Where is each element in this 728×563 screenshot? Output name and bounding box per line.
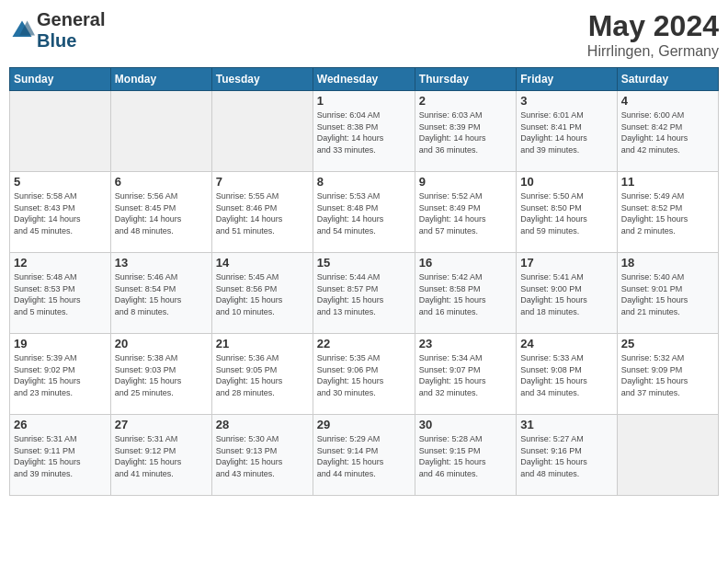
day-cell bbox=[10, 91, 111, 172]
day-info: Sunrise: 5:35 AM Sunset: 9:06 PM Dayligh… bbox=[317, 352, 411, 398]
day-info: Sunrise: 5:29 AM Sunset: 9:14 PM Dayligh… bbox=[317, 433, 411, 479]
day-cell: 18Sunrise: 5:40 AM Sunset: 9:01 PM Dayli… bbox=[617, 253, 718, 334]
day-cell: 26Sunrise: 5:31 AM Sunset: 9:11 PM Dayli… bbox=[10, 415, 111, 496]
day-cell: 12Sunrise: 5:48 AM Sunset: 8:53 PM Dayli… bbox=[10, 253, 111, 334]
day-cell: 6Sunrise: 5:56 AM Sunset: 8:45 PM Daylig… bbox=[110, 172, 211, 253]
day-cell bbox=[617, 415, 718, 496]
logo-icon bbox=[9, 17, 35, 43]
day-number: 5 bbox=[14, 175, 107, 189]
weekday-header-wednesday: Wednesday bbox=[313, 68, 415, 91]
day-info: Sunrise: 5:49 AM Sunset: 8:52 PM Dayligh… bbox=[621, 190, 714, 236]
day-info: Sunrise: 5:27 AM Sunset: 9:16 PM Dayligh… bbox=[520, 433, 612, 479]
day-number: 12 bbox=[14, 256, 107, 270]
day-info: Sunrise: 5:30 AM Sunset: 9:13 PM Dayligh… bbox=[216, 433, 309, 479]
day-cell: 29Sunrise: 5:29 AM Sunset: 9:14 PM Dayli… bbox=[313, 415, 415, 496]
day-number: 10 bbox=[520, 175, 612, 189]
page: General Blue May 2024 Hirrlingen, German… bbox=[0, 0, 728, 563]
day-number: 7 bbox=[216, 175, 309, 189]
day-number: 25 bbox=[621, 337, 714, 350]
day-info: Sunrise: 6:01 AM Sunset: 8:41 PM Dayligh… bbox=[520, 109, 612, 155]
day-cell: 27Sunrise: 5:31 AM Sunset: 9:12 PM Dayli… bbox=[110, 415, 211, 496]
day-info: Sunrise: 5:58 AM Sunset: 8:43 PM Dayligh… bbox=[14, 190, 107, 236]
title-area: May 2024 Hirrlingen, Germany bbox=[587, 9, 719, 60]
day-cell: 9Sunrise: 5:52 AM Sunset: 8:49 PM Daylig… bbox=[415, 172, 516, 253]
day-cell: 24Sunrise: 5:33 AM Sunset: 9:08 PM Dayli… bbox=[517, 334, 617, 415]
header: General Blue May 2024 Hirrlingen, German… bbox=[9, 9, 719, 60]
day-info: Sunrise: 5:39 AM Sunset: 9:02 PM Dayligh… bbox=[14, 352, 107, 398]
day-info: Sunrise: 5:42 AM Sunset: 8:58 PM Dayligh… bbox=[419, 271, 512, 317]
day-cell: 7Sunrise: 5:55 AM Sunset: 8:46 PM Daylig… bbox=[211, 172, 313, 253]
day-cell: 23Sunrise: 5:34 AM Sunset: 9:07 PM Dayli… bbox=[415, 334, 516, 415]
day-cell: 20Sunrise: 5:38 AM Sunset: 9:03 PM Dayli… bbox=[110, 334, 211, 415]
day-cell: 5Sunrise: 5:58 AM Sunset: 8:43 PM Daylig… bbox=[10, 172, 111, 253]
day-cell: 13Sunrise: 5:46 AM Sunset: 8:54 PM Dayli… bbox=[110, 253, 211, 334]
day-cell: 16Sunrise: 5:42 AM Sunset: 8:58 PM Dayli… bbox=[415, 253, 516, 334]
day-number: 29 bbox=[317, 418, 411, 431]
day-info: Sunrise: 5:52 AM Sunset: 8:49 PM Dayligh… bbox=[419, 190, 512, 236]
day-cell: 8Sunrise: 5:53 AM Sunset: 8:48 PM Daylig… bbox=[313, 172, 415, 253]
day-cell: 30Sunrise: 5:28 AM Sunset: 9:15 PM Dayli… bbox=[415, 415, 516, 496]
day-info: Sunrise: 6:03 AM Sunset: 8:39 PM Dayligh… bbox=[419, 109, 512, 155]
day-number: 28 bbox=[216, 418, 309, 431]
weekday-row: SundayMondayTuesdayWednesdayThursdayFrid… bbox=[10, 68, 719, 91]
day-cell: 28Sunrise: 5:30 AM Sunset: 9:13 PM Dayli… bbox=[211, 415, 313, 496]
day-info: Sunrise: 5:56 AM Sunset: 8:45 PM Dayligh… bbox=[115, 190, 208, 236]
day-number: 16 bbox=[419, 256, 512, 270]
day-cell: 4Sunrise: 6:00 AM Sunset: 8:42 PM Daylig… bbox=[617, 91, 718, 172]
day-number: 3 bbox=[520, 94, 612, 108]
day-number: 13 bbox=[115, 256, 208, 270]
day-info: Sunrise: 5:50 AM Sunset: 8:50 PM Dayligh… bbox=[520, 190, 612, 236]
weekday-header-thursday: Thursday bbox=[415, 68, 516, 91]
day-number: 4 bbox=[621, 94, 714, 108]
day-number: 1 bbox=[317, 94, 411, 108]
day-info: Sunrise: 5:41 AM Sunset: 9:00 PM Dayligh… bbox=[520, 271, 612, 317]
day-number: 9 bbox=[419, 175, 512, 189]
day-number: 22 bbox=[317, 337, 411, 350]
day-cell: 14Sunrise: 5:45 AM Sunset: 8:56 PM Dayli… bbox=[211, 253, 313, 334]
day-number: 31 bbox=[520, 418, 612, 431]
day-info: Sunrise: 5:28 AM Sunset: 9:15 PM Dayligh… bbox=[419, 433, 512, 479]
day-number: 20 bbox=[115, 337, 208, 350]
weekday-header-saturday: Saturday bbox=[617, 68, 718, 91]
day-cell: 17Sunrise: 5:41 AM Sunset: 9:00 PM Dayli… bbox=[517, 253, 617, 334]
day-cell: 31Sunrise: 5:27 AM Sunset: 9:16 PM Dayli… bbox=[517, 415, 617, 496]
weekday-header-friday: Friday bbox=[517, 68, 617, 91]
day-number: 14 bbox=[216, 256, 309, 270]
month-year: May 2024 bbox=[587, 9, 719, 43]
week-row-5: 26Sunrise: 5:31 AM Sunset: 9:11 PM Dayli… bbox=[10, 415, 719, 496]
day-info: Sunrise: 5:48 AM Sunset: 8:53 PM Dayligh… bbox=[14, 271, 107, 317]
weekday-header-sunday: Sunday bbox=[10, 68, 111, 91]
logo: General Blue bbox=[9, 9, 105, 52]
day-cell bbox=[211, 91, 313, 172]
day-cell: 11Sunrise: 5:49 AM Sunset: 8:52 PM Dayli… bbox=[617, 172, 718, 253]
day-number: 26 bbox=[14, 418, 107, 431]
week-row-4: 19Sunrise: 5:39 AM Sunset: 9:02 PM Dayli… bbox=[10, 334, 719, 415]
location: Hirrlingen, Germany bbox=[587, 43, 719, 60]
day-cell: 25Sunrise: 5:32 AM Sunset: 9:09 PM Dayli… bbox=[617, 334, 718, 415]
day-info: Sunrise: 5:32 AM Sunset: 9:09 PM Dayligh… bbox=[621, 352, 714, 398]
weekday-header-tuesday: Tuesday bbox=[211, 68, 313, 91]
day-number: 24 bbox=[520, 337, 612, 350]
week-row-1: 1Sunrise: 6:04 AM Sunset: 8:38 PM Daylig… bbox=[10, 91, 719, 172]
week-row-2: 5Sunrise: 5:58 AM Sunset: 8:43 PM Daylig… bbox=[10, 172, 719, 253]
day-cell: 10Sunrise: 5:50 AM Sunset: 8:50 PM Dayli… bbox=[517, 172, 617, 253]
day-number: 19 bbox=[14, 337, 107, 350]
day-info: Sunrise: 5:31 AM Sunset: 9:12 PM Dayligh… bbox=[115, 433, 208, 479]
day-info: Sunrise: 5:45 AM Sunset: 8:56 PM Dayligh… bbox=[216, 271, 309, 317]
day-cell: 19Sunrise: 5:39 AM Sunset: 9:02 PM Dayli… bbox=[10, 334, 111, 415]
day-info: Sunrise: 5:46 AM Sunset: 8:54 PM Dayligh… bbox=[115, 271, 208, 317]
day-cell: 15Sunrise: 5:44 AM Sunset: 8:57 PM Dayli… bbox=[313, 253, 415, 334]
day-info: Sunrise: 5:44 AM Sunset: 8:57 PM Dayligh… bbox=[317, 271, 411, 317]
day-number: 30 bbox=[419, 418, 512, 431]
day-number: 17 bbox=[520, 256, 612, 270]
calendar-header: SundayMondayTuesdayWednesdayThursdayFrid… bbox=[10, 68, 719, 91]
day-cell: 1Sunrise: 6:04 AM Sunset: 8:38 PM Daylig… bbox=[313, 91, 415, 172]
day-number: 6 bbox=[115, 175, 208, 189]
logo-text: General Blue bbox=[37, 9, 105, 52]
day-number: 21 bbox=[216, 337, 309, 350]
day-number: 11 bbox=[621, 175, 714, 189]
day-info: Sunrise: 6:04 AM Sunset: 8:38 PM Dayligh… bbox=[317, 109, 411, 155]
day-info: Sunrise: 5:31 AM Sunset: 9:11 PM Dayligh… bbox=[14, 433, 107, 479]
day-cell: 3Sunrise: 6:01 AM Sunset: 8:41 PM Daylig… bbox=[517, 91, 617, 172]
day-info: Sunrise: 5:33 AM Sunset: 9:08 PM Dayligh… bbox=[520, 352, 612, 398]
